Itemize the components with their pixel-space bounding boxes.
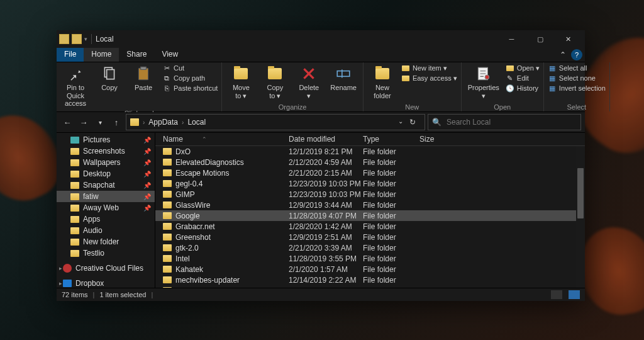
nav-item[interactable]: New folder [57,236,155,247]
nav-pane[interactable]: Pictures📌Screenshots📌Wallpapers📌Desktop📌… [57,133,155,288]
file-date: 2/1/2020 1:57 AM [289,265,363,274]
back-button[interactable]: ← [60,115,74,129]
expand-icon[interactable]: ▸ [59,280,62,286]
close-button[interactable]: ✕ [554,30,582,48]
file-row[interactable]: Google11/28/2019 4:07 PMFile folder [155,210,585,221]
file-date: 1/28/2020 1:42 AM [289,222,363,231]
file-row[interactable]: Grabacr.net1/28/2020 1:42 AMFile folder [155,221,585,232]
col-date[interactable]: Date modified [289,135,363,144]
tab-home[interactable]: Home [84,48,119,62]
cut-button[interactable]: ✂Cut [162,64,218,72]
nav-item[interactable]: Screenshots📌 [57,145,155,157]
chevron-down-icon[interactable]: ▾ [84,36,87,42]
up-button[interactable]: ↑ [109,115,123,129]
minimize-button[interactable]: ─ [497,30,526,48]
file-row[interactable]: Greenshot12/9/2019 2:51 AMFile folder [155,232,585,242]
crumb[interactable]: Local [187,118,206,127]
file-date: 11/28/2019 4:07 PM [289,212,363,220]
nav-item[interactable]: Wallpapers📌 [57,157,155,168]
nav-item[interactable]: Desktop📌 [57,168,155,179]
collapse-ribbon[interactable]: ⌃ [556,48,570,62]
pastesc-button[interactable]: ⎘Paste shortcut [162,84,218,93]
file-row[interactable]: mechvibes-updater12/14/2019 2:22 AMFile … [155,275,585,285]
search-input[interactable] [445,117,577,127]
file-type: File folder [363,158,419,167]
copyto-button[interactable]: Copyto ▾ [260,64,290,101]
file-row[interactable]: DxO12/1/2019 8:21 PMFile folder [155,146,585,157]
selectall-button[interactable]: ▦Select all [548,64,606,72]
selectnone-button[interactable]: ▦Select none [548,74,606,82]
crumb[interactable]: AppData [148,118,178,127]
col-type[interactable]: Type [363,135,419,144]
scrollbar[interactable] [576,146,585,288]
col-size[interactable]: Size [419,135,457,144]
maximize-button[interactable]: ▢ [526,30,554,48]
pin-icon [67,65,84,82]
paste-button[interactable]: Paste [128,64,158,93]
nav-item[interactable]: Audio [57,225,155,236]
expand-icon[interactable]: ▸ [59,265,62,271]
folder-icon[interactable] [59,34,69,44]
easyaccess-button[interactable]: Easy access ▾ [401,74,457,82]
file-row[interactable]: Intel11/28/2019 3:55 PMFile folder [155,253,585,264]
nav-item[interactable]: Testlio [57,247,155,259]
invert-button[interactable]: ▦Invert selection [548,84,606,93]
pin-button[interactable]: Pin to Quickaccess [60,64,91,109]
newfolder-button[interactable]: Newfolder [367,64,397,101]
chevron-down-icon[interactable]: ⌄ [398,118,403,127]
column-headers[interactable]: Name⌃ Date modified Type Size [155,133,585,146]
copy-button[interactable]: Copy [94,64,125,93]
delete-button[interactable]: Delete▾ [294,64,324,101]
moveto-button[interactable]: Moveto ▾ [226,64,256,101]
nav-item[interactable]: Away Web📌 [57,202,155,213]
file-list[interactable]: DxO12/1/2019 8:21 PMFile folderElevatedD… [155,146,585,288]
edit-button[interactable]: ✎Edit [506,74,540,82]
search-icon: 🔍 [432,118,441,127]
file-row[interactable]: GlassWire12/9/2019 3:44 AMFile folder [155,200,585,210]
copypath-button[interactable]: ⧉Copy path [162,74,218,82]
file-row[interactable]: Kahatek2/1/2020 1:57 AMFile folder [155,264,585,275]
refresh-icon[interactable]: ↻ [409,118,416,127]
titlebar[interactable]: ▾ Local ─ ▢ ✕ [57,30,585,48]
folder-icon[interactable] [72,34,82,44]
nav-item[interactable]: ▸Dropbox [57,278,155,288]
file-name: DxO [175,147,191,156]
file-date: 2/12/2020 4:59 AM [289,158,363,167]
nav-label: fatiw [83,192,99,201]
icons-view-button[interactable] [569,290,580,299]
nav-item[interactable]: Apps [57,213,155,225]
details-view-button[interactable] [551,290,562,299]
group-label: New [405,103,419,111]
recent-button[interactable]: ▾ [93,115,107,129]
nav-item[interactable]: Pictures📌 [57,134,155,145]
file-row[interactable]: gtk-2.02/21/2020 3:39 AMFile folder [155,242,585,253]
history-button[interactable]: 🕓History [506,84,540,93]
file-type: File folder [363,147,419,156]
nav-item[interactable]: Snapchat📌 [57,179,155,191]
file-row[interactable]: ElevatedDiagnostics2/12/2020 4:59 AMFile… [155,157,585,167]
file-name: gtk-2.0 [175,244,199,252]
file-row[interactable]: Escape Motions2/21/2020 2:15 AMFile fold… [155,167,585,178]
tab-view[interactable]: View [154,48,186,62]
file-name: ElevatedDiagnostics [175,158,244,167]
delete-icon [300,65,318,82]
forward-button[interactable]: → [77,115,91,129]
group-label: Open [494,103,511,111]
address-bar[interactable]: › AppData › Local ⌄ ↻ [126,114,425,130]
properties-button[interactable]: Properties▾ [465,64,502,101]
file-row[interactable]: Meltytech12/4/2019 12:12 AMFile folder [155,285,585,288]
help-button[interactable]: ? [571,49,582,60]
file-menu[interactable]: File [57,48,84,62]
folder-s-icon [506,64,514,72]
file-row[interactable]: GIMP12/23/2019 10:03 PMFile folder [155,189,585,200]
file-row[interactable]: gegl-0.412/23/2019 10:03 PMFile folder [155,178,585,189]
nav-item[interactable]: ▸Creative Cloud Files [57,263,155,274]
newitem-button[interactable]: New item ▾ [401,64,457,72]
menubar: File Home Share View ⌃ ? [57,48,585,62]
nav-item[interactable]: fatiw📌 [57,191,155,202]
rename-button[interactable]: Rename [328,64,359,93]
tab-share[interactable]: Share [119,48,154,62]
open-button[interactable]: Open ▾ [506,64,540,72]
col-name[interactable]: Name [163,135,183,144]
search-box[interactable]: 🔍 [428,114,581,130]
